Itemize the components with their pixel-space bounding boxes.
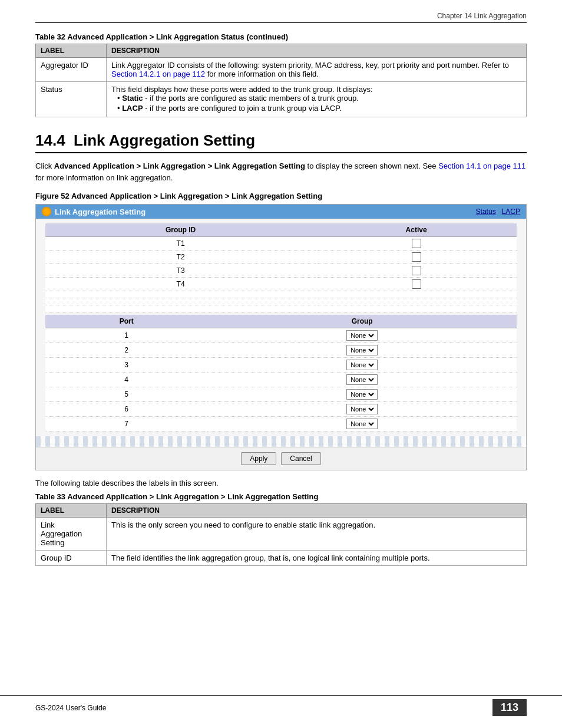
port-5-select-wrapper: NoneT1T2T3T4 [346,389,378,400]
table33-caption: Table 33 Advanced Application > Link Agg… [35,492,527,501]
port-4-select-wrapper: NoneT1T2T3T4 [346,374,378,385]
table33-row1-desc: This is the only screen you need to conf… [107,518,527,551]
port-7-select-wrapper: NoneT1T2T3T4 [346,419,378,429]
page-number: 113 [492,699,527,716]
port-col-header: Port [45,315,207,328]
section-title: Link Aggregation Setting [74,131,255,149]
group-t2-checkbox-cell [316,251,517,264]
table-row: 3 NoneT1T2T3T4 [45,358,517,373]
section-heading: 14.4 Link Aggregation Setting [35,131,527,153]
intro-part1: Click [35,162,54,170]
group-t1-checkbox-cell [316,237,517,251]
group-t2-label: T2 [45,251,316,264]
nav-status-link[interactable]: Status [476,207,496,216]
table32-col-label: LABEL [36,44,107,58]
table33-col-desc: DESCRIPTION [107,504,527,518]
group-id-col-header: Group ID [45,223,316,237]
table-row: Aggregator ID Link Aggregator ID consist… [36,58,527,82]
group-t4-checkbox-cell [316,278,517,291]
port-7-label: 7 [45,417,207,431]
device-ui-screenshot: Link Aggregation Setting Status LACP Gro… [35,204,527,470]
port-3-group: NoneT1T2T3T4 [207,358,517,373]
port-6-select-wrapper: NoneT1T2T3T4 [346,404,378,414]
intro-bold: Advanced Application > Link Aggregation … [54,162,305,170]
cancel-button[interactable]: Cancel [281,452,320,465]
port-6-group: NoneT1T2T3T4 [207,402,517,417]
table32: LABEL DESCRIPTION Aggregator ID Link Agg… [35,44,527,117]
page-footer: GS-2024 User's Guide 113 [0,695,562,716]
port-1-group: NoneT1T2T3T4 [207,328,517,343]
table-row: 4 NoneT1T2T3T4 [45,373,517,387]
group-t3-checkbox-cell [316,264,517,278]
spacer-row3 [45,305,517,312]
intro-part3: for more information on link aggregation… [35,173,173,182]
port-2-group-select[interactable]: NoneT1T2T3T4 [348,346,376,354]
port-6-group-select[interactable]: NoneT1T2T3T4 [348,405,376,413]
port-1-group-select[interactable]: NoneT1T2T3T4 [348,331,376,340]
table-row: T4 [45,278,517,291]
table-row: LinkAggregationSetting This is the only … [36,518,527,551]
spacer-row2 [45,298,517,305]
port-4-group: NoneT1T2T3T4 [207,373,517,387]
section-intro: Click Advanced Application > Link Aggreg… [35,160,527,183]
table33: LABEL DESCRIPTION LinkAggregationSetting… [35,503,527,566]
group-t3-label: T3 [45,264,316,278]
table32-row2-label: Status [36,82,107,117]
port-group-col-header: Group [207,315,517,328]
group-id-table: Group ID Active T1 T2 T3 [45,223,517,312]
table-row: Group ID The field identifies the link a… [36,551,527,566]
port-6-label: 6 [45,402,207,417]
group-t4-checkbox[interactable] [412,279,421,289]
group-table-header-row: Group ID Active [45,223,517,237]
port-5-group: NoneT1T2T3T4 [207,387,517,402]
port-table: Port Group 1 NoneT1T2T3T4 2 [45,315,517,431]
nav-lacp-link[interactable]: LACP [502,207,520,216]
chapter-title: Chapter 14 Link Aggregation [437,12,527,20]
table33-row2-label: Group ID [36,551,107,566]
table-row: T2 [45,251,517,264]
port-3-group-select[interactable]: NoneT1T2T3T4 [348,361,376,369]
active-col-header: Active [316,223,517,237]
port-4-group-select[interactable]: NoneT1T2T3T4 [348,375,376,384]
table-row: T1 [45,237,517,251]
table33-col-label: LABEL [36,504,107,518]
ui-header-icon [42,207,51,216]
group-t2-checkbox[interactable] [412,252,421,262]
group-t4-label: T4 [45,278,316,291]
group-t1-checkbox[interactable] [412,239,421,248]
port-table-header-row: Port Group [45,315,517,328]
ui-header-nav: Status LACP [476,207,520,216]
table-row: 1 NoneT1T2T3T4 [45,328,517,343]
table32-row1-label: Aggregator ID [36,58,107,82]
wavy-cut-indicator [36,436,526,447]
link-section-1421[interactable]: Section 14.2.1 on page 112 [111,70,205,78]
ui-header-left: Link Aggregation Setting [42,207,146,216]
section-number: 14.4 [35,131,65,149]
ui-header-title: Link Aggregation Setting [55,207,146,216]
port-5-group-select[interactable]: NoneT1T2T3T4 [348,390,376,398]
group-t1-label: T1 [45,237,316,251]
apply-button[interactable]: Apply [241,452,276,465]
page-header: Chapter 14 Link Aggregation [35,12,527,23]
port-1-select-wrapper: NoneT1T2T3T4 [346,330,378,341]
table-row: 7 NoneT1T2T3T4 [45,417,517,431]
port-2-group: NoneT1T2T3T4 [207,343,517,358]
port-7-group-select[interactable]: NoneT1T2T3T4 [348,420,376,428]
footer-left-text: GS-2024 User's Guide [35,704,106,712]
table32-col-desc: DESCRIPTION [107,44,527,58]
port-1-label: 1 [45,328,207,343]
group-t3-checkbox[interactable] [412,266,421,275]
table32-row2-desc: This field displays how these ports were… [107,82,527,117]
ui-inner-content: Group ID Active T1 T2 T3 [36,219,526,436]
port-4-label: 4 [45,373,207,387]
port-5-label: 5 [45,387,207,402]
table32-caption: Table 32 Advanced Application > Link Agg… [35,32,527,41]
intro-part2: to display the screen shown next. See [305,162,438,170]
table33-row2-desc: The field identifies the link aggregatio… [107,551,527,566]
ui-footer: Apply Cancel [36,447,526,470]
port-7-group: NoneT1T2T3T4 [207,417,517,431]
table33-row1-label: LinkAggregationSetting [36,518,107,551]
figure52-caption: Figure 52 Advanced Application > Link Ag… [35,192,527,200]
link-section-141[interactable]: Section 14.1 on page 111 [438,162,525,170]
table-row: Status This field displays how these por… [36,82,527,117]
